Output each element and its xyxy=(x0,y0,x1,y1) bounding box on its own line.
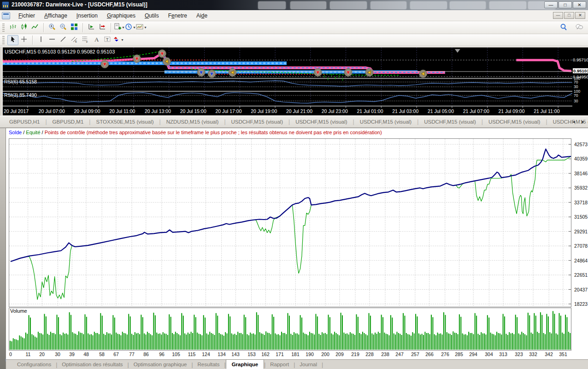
price-chart-area: USDCHF,M15 0.95103 0.95129 0.95082 0.951… xyxy=(0,46,588,116)
svg-text:20 Jul 2017: 20 Jul 2017 xyxy=(4,109,29,114)
window-title: 2100036787: Darwinex-Live - [USDCHF,M15 … xyxy=(12,1,147,8)
menu-fenetre[interactable]: Fenetre xyxy=(164,11,192,21)
tester-panel: Testeur Solde / Equité / Points de contr… xyxy=(0,128,588,369)
y-axis-label: 18223 xyxy=(574,301,588,307)
zoom-out-button[interactable] xyxy=(58,23,69,33)
tile-windows-button[interactable] xyxy=(69,23,80,33)
text-button[interactable]: A xyxy=(91,35,102,45)
horizontal-line-button[interactable] xyxy=(47,35,58,45)
search-button[interactable] xyxy=(559,23,569,33)
chart-tab[interactable]: USDCHF,M15 (visual) xyxy=(354,117,417,126)
tester-side-strip[interactable]: Testeur xyxy=(0,128,6,369)
tester-tab-resultats[interactable]: Resultats xyxy=(193,361,224,368)
search-icon xyxy=(560,24,567,32)
text-label-button[interactable]: T xyxy=(102,35,113,45)
x-axis-label: 323 xyxy=(515,351,523,357)
chart-tab[interactable]: GBPUSD,H1 xyxy=(4,117,45,126)
tester-tab-optimisation-des-r-sultats[interactable]: Optimisation des résultats xyxy=(57,361,127,368)
minimize-button[interactable]: — xyxy=(544,1,558,8)
toolbar-grip[interactable] xyxy=(2,36,5,44)
tabs-scroll-right-icon[interactable]: ► xyxy=(580,119,586,125)
tester-tab-rapport[interactable]: Rapport xyxy=(265,361,294,368)
chart-tab[interactable]: NZDUSD,M15 (visual) xyxy=(161,117,224,126)
channel-button[interactable]: E xyxy=(69,35,80,45)
menu-graphiques[interactable]: Graphiques xyxy=(102,11,140,21)
titlebar[interactable]: 2100036787: Darwinex-Live - [USDCHF,M15 … xyxy=(0,0,588,10)
periods-button[interactable]: ▼ xyxy=(125,23,136,33)
chat-button[interactable] xyxy=(574,23,584,33)
maximize-button[interactable]: □ xyxy=(559,1,572,8)
chart-tab[interactable]: GBPUSD,M1 xyxy=(47,117,89,126)
chart-tab[interactable]: USDCHF,M15 (visual) xyxy=(290,117,353,126)
toolbar-grip[interactable] xyxy=(2,24,5,32)
chart-tab[interactable]: STOXX50E,M15 (visual) xyxy=(90,117,159,126)
trade-marker xyxy=(101,60,109,68)
trade-marker xyxy=(133,55,141,63)
toolbar-group xyxy=(84,23,109,33)
arrows-button[interactable]: ▼ xyxy=(113,35,124,45)
rsi-scale-label: 70 xyxy=(574,93,578,98)
mdi-close-button[interactable]: ✕ xyxy=(575,12,585,19)
tester-tab-graphique[interactable]: Graphique xyxy=(226,359,265,369)
line-chart-button[interactable] xyxy=(29,23,41,33)
tester-tab-optimsation-graphique[interactable]: Optimsation graphique xyxy=(129,361,192,368)
x-axis-label: 67 xyxy=(113,351,119,357)
background-tab-blur xyxy=(450,1,486,9)
chart-tab[interactable]: USDCHF,M15 (visual) xyxy=(418,117,481,126)
zoom-in-icon xyxy=(48,23,56,32)
x-axis-label: 39 xyxy=(69,351,75,357)
auto-scroll-button[interactable] xyxy=(86,23,97,33)
svg-text:21 Jul 11:00: 21 Jul 11:00 xyxy=(534,109,559,114)
toolbar-separator xyxy=(32,36,33,45)
equity-chart-canvas[interactable] xyxy=(9,138,571,308)
tab-separator: | xyxy=(322,361,323,368)
mdi-restore-button[interactable]: □ xyxy=(564,12,574,19)
trade-marker xyxy=(163,58,171,65)
close-button[interactable]: ✕ xyxy=(573,1,586,8)
x-axis-label: 285 xyxy=(455,351,463,357)
y-axis-label: 40359 xyxy=(574,156,588,161)
chart-tab[interactable]: USDCHF,M15 (visual) xyxy=(483,117,546,126)
x-axis-label: 190 xyxy=(306,351,314,357)
horizontal-line-icon xyxy=(48,36,56,44)
tester-tab-journal[interactable]: Journal xyxy=(295,361,322,368)
fibonacci-button[interactable]: F xyxy=(80,35,91,45)
legend-solde: Solde xyxy=(9,130,22,135)
bars-chart-button[interactable] xyxy=(7,23,18,33)
y-axis-label: 33718 xyxy=(574,200,588,205)
background-tab-blur xyxy=(330,1,367,9)
price-chart-canvas[interactable]: USDCHF,M15 0.95103 0.95129 0.95082 0.951… xyxy=(3,48,572,115)
menu-insertion[interactable]: Insertion xyxy=(72,11,102,21)
menu-outils[interactable]: Outils xyxy=(140,11,164,21)
x-axis-label: 77 xyxy=(129,351,135,357)
chart-shift-button[interactable] xyxy=(97,23,108,33)
tabs-scroll-left-icon[interactable]: ◄ xyxy=(570,119,577,125)
price-label-current: 0.95103 xyxy=(573,68,588,73)
svg-text:20 Jul 11:00: 20 Jul 11:00 xyxy=(109,109,135,114)
zoom-in-button[interactable] xyxy=(47,23,58,33)
tester-tab-configurations[interactable]: Configurations xyxy=(12,361,56,368)
cursor-button[interactable] xyxy=(7,35,18,45)
y-axis-label: 24864 xyxy=(574,258,588,263)
menu-fichier[interactable]: Fichier xyxy=(14,11,40,21)
vertical-line-button[interactable] xyxy=(35,35,47,45)
svg-text:E: E xyxy=(75,40,77,43)
arrows-icon xyxy=(113,36,120,44)
toolbar-separator xyxy=(82,23,83,32)
chart-tab[interactable]: USDCHF,M15 (visual) xyxy=(226,117,288,126)
mt4-window: 2100036787: Darwinex-Live - [USDCHF,M15 … xyxy=(0,0,588,369)
new-chart-button[interactable]: ▼ xyxy=(114,23,125,33)
svg-text:A: A xyxy=(94,36,99,43)
x-axis-label: 105 xyxy=(172,351,180,357)
templates-icon xyxy=(136,23,143,32)
templates-button[interactable]: ▼ xyxy=(136,23,147,33)
crosshair-button[interactable] xyxy=(18,35,29,45)
candles-chart-button[interactable] xyxy=(18,23,29,33)
trendline-button[interactable] xyxy=(58,35,69,45)
menu-affichage[interactable]: Affichage xyxy=(40,11,72,21)
mdi-minimize-button[interactable]: — xyxy=(553,12,563,19)
x-axis-label: 86 xyxy=(143,351,149,357)
tile-windows-icon xyxy=(71,23,78,32)
menu-aide[interactable]: Aide xyxy=(192,11,212,21)
toolbar-group xyxy=(6,23,42,33)
